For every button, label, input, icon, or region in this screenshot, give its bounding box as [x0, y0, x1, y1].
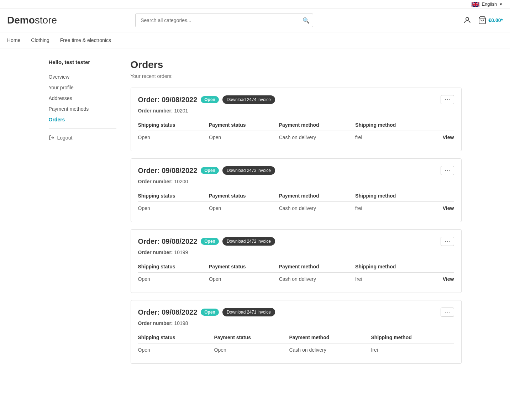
user-icon — [463, 16, 472, 25]
order-card-3: Order: 09/08/2022 Open Download 2472 inv… — [131, 229, 462, 293]
shipping-status-val-2: Open — [138, 202, 209, 215]
flag-icon — [472, 2, 479, 7]
col-payment-method-3: Payment method — [279, 261, 355, 273]
order-status-badge-2: Open — [201, 167, 219, 174]
nav-item-clothing[interactable]: Clothing — [31, 32, 49, 48]
order-more-button-3[interactable]: ⋯ — [441, 237, 454, 246]
order-more-button-1[interactable]: ⋯ — [441, 95, 454, 104]
col-shipping-method-1: Shipping method — [355, 119, 432, 131]
account-button[interactable] — [463, 16, 472, 25]
download-invoice-2[interactable]: Download 2473 invoice — [222, 166, 275, 175]
order-row-1: Open Open Cash on delivery frei View — [138, 131, 454, 144]
sidebar-divider — [49, 128, 116, 129]
order-date-3: Order: 09/08/2022 — [138, 237, 198, 246]
sidebar-item-addresses[interactable]: Addresses — [49, 93, 116, 104]
cart-price: €0.00* — [489, 17, 503, 23]
shipping-method-val-2: frei — [355, 202, 432, 215]
payment-method-val-1: Cash on delivery — [279, 131, 355, 144]
order-more-button-2[interactable]: ⋯ — [441, 166, 454, 175]
logout-icon — [49, 135, 54, 141]
search-button[interactable]: 🔍 — [303, 17, 310, 24]
col-payment-status-4: Payment status — [214, 332, 289, 343]
col-shipping-method-3: Shipping method — [355, 261, 432, 273]
language-label: English — [482, 1, 497, 7]
col-shipping-status-2: Shipping status — [138, 190, 209, 202]
page-layout: Hello, test tester Overview Your profile… — [42, 48, 469, 382]
main-nav: Home Clothing Free time & electronics — [0, 32, 510, 48]
order-number-3: Order number: 10199 — [138, 250, 454, 255]
order-more-button-4[interactable]: ⋯ — [441, 308, 454, 317]
search-input[interactable] — [135, 14, 313, 27]
chevron-down-icon: ▼ — [499, 2, 503, 6]
order-row-3: Open Open Cash on delivery frei View — [138, 273, 454, 286]
logout-label: Logout — [57, 135, 73, 141]
col-shipping-method-4: Shipping method — [371, 332, 454, 343]
col-payment-status-3: Payment status — [209, 261, 279, 273]
col-payment-method-1: Payment method — [279, 119, 355, 131]
order-header-3: Order: 09/08/2022 Open Download 2472 inv… — [138, 237, 454, 246]
col-payment-status-2: Payment status — [209, 190, 279, 202]
view-order-1[interactable]: View — [443, 135, 454, 140]
order-table-4: Shipping status Payment status Payment m… — [138, 332, 454, 356]
order-table-2: Shipping status Payment status Payment m… — [138, 190, 454, 215]
order-row-4: Open Open Cash on delivery frei — [138, 343, 454, 357]
payment-status-val-1: Open — [209, 131, 279, 144]
col-shipping-status-4: Shipping status — [138, 332, 214, 343]
shipping-method-val-1: frei — [355, 131, 432, 144]
col-shipping-status-3: Shipping status — [138, 261, 209, 273]
svg-point-1 — [466, 17, 469, 20]
col-payment-method-4: Payment method — [289, 332, 371, 343]
order-date-1: Order: 09/08/2022 — [138, 96, 198, 104]
col-shipping-method-2: Shipping method — [355, 190, 432, 202]
order-status-badge-1: Open — [201, 96, 219, 103]
order-date-2: Order: 09/08/2022 — [138, 167, 198, 175]
logo-bold: Demo — [7, 15, 35, 26]
view-order-2[interactable]: View — [443, 205, 454, 211]
order-number-1: Order number: 10201 — [138, 108, 454, 114]
payment-status-val-2: Open — [209, 202, 279, 215]
order-table-3: Shipping status Payment status Payment m… — [138, 261, 454, 285]
sidebar: Hello, test tester Overview Your profile… — [49, 59, 116, 371]
nav-item-home[interactable]: Home — [7, 32, 20, 48]
logo[interactable]: Demostore — [7, 15, 57, 26]
order-card-4: Order: 09/08/2022 Open Download 2471 inv… — [131, 300, 462, 364]
order-date-4: Order: 09/08/2022 — [138, 308, 198, 316]
cart-icon — [478, 16, 487, 25]
main-content: Orders Your recent orders: Order: 09/08/… — [131, 59, 462, 371]
col-shipping-status-1: Shipping status — [138, 119, 209, 131]
page-title: Orders — [131, 59, 462, 70]
order-number-2: Order number: 10200 — [138, 179, 454, 184]
payment-status-val-4: Open — [214, 343, 289, 357]
header-actions: €0.00* — [463, 16, 503, 25]
shipping-method-val-4: frei — [371, 343, 454, 357]
sidebar-item-orders[interactable]: Orders — [49, 114, 116, 125]
cart-button[interactable]: €0.00* — [478, 16, 503, 25]
sidebar-item-profile[interactable]: Your profile — [49, 82, 116, 93]
order-header-4: Order: 09/08/2022 Open Download 2471 inv… — [138, 308, 454, 317]
download-invoice-4[interactable]: Download 2471 invoice — [222, 308, 275, 316]
language-selector[interactable]: English ▼ — [472, 1, 503, 7]
logo-light: store — [35, 15, 57, 26]
header: Demostore 🔍 €0.00* — [0, 9, 510, 32]
shipping-method-val-3: frei — [355, 273, 432, 286]
download-invoice-1[interactable]: Download 2474 invoice — [222, 95, 275, 104]
order-card-1: Order: 09/08/2022 Open Download 2474 inv… — [131, 88, 462, 151]
shipping-status-val-1: Open — [138, 131, 209, 144]
logout-button[interactable]: Logout — [49, 132, 73, 143]
order-header-1: Order: 09/08/2022 Open Download 2474 inv… — [138, 95, 454, 104]
sidebar-greeting: Hello, test tester — [49, 59, 116, 65]
payment-method-val-4: Cash on delivery — [289, 343, 371, 357]
page-subtitle: Your recent orders: — [131, 73, 462, 79]
col-payment-method-2: Payment method — [279, 190, 355, 202]
payment-method-val-3: Cash on delivery — [279, 273, 355, 286]
nav-item-free-time[interactable]: Free time & electronics — [60, 32, 111, 48]
sidebar-item-overview[interactable]: Overview — [49, 72, 116, 82]
download-invoice-3[interactable]: Download 2472 invoice — [222, 237, 275, 246]
order-row-2: Open Open Cash on delivery frei View — [138, 202, 454, 215]
search-wrap: 🔍 — [135, 14, 313, 27]
view-order-3[interactable]: View — [443, 276, 454, 282]
sidebar-nav: Overview Your profile Addresses Payment … — [49, 72, 116, 125]
sidebar-item-payment[interactable]: Payment methods — [49, 104, 116, 114]
shipping-status-val-3: Open — [138, 273, 209, 286]
order-status-badge-3: Open — [201, 238, 219, 245]
